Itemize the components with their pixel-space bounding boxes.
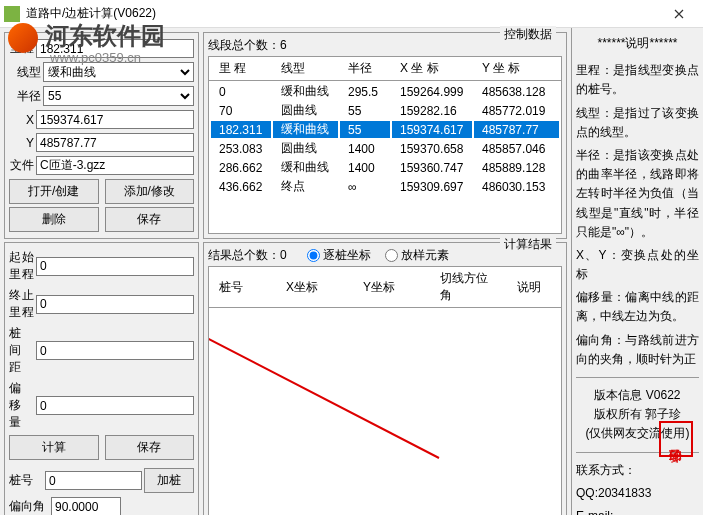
app-icon xyxy=(4,6,20,22)
angle-label: 偏向角 xyxy=(9,498,49,515)
close-button[interactable] xyxy=(659,0,699,28)
calc-params-panel: 起始里程 终止里程 桩 间 距 偏 移 量 计算 保存 xyxy=(4,242,199,515)
results-list[interactable] xyxy=(208,308,562,515)
svg-line-0 xyxy=(209,308,439,458)
xianxing-label: 线型 xyxy=(9,64,41,81)
window-title: 道路中/边桩计算(V0622) xyxy=(26,5,659,22)
banjing-label: 半径 xyxy=(9,88,41,105)
table-row[interactable]: 0缓和曲线295.5159264.999485638.128 xyxy=(211,83,559,100)
params-panel: 里程 线型 缓和曲线 半径 55 X xyxy=(4,32,199,239)
close-icon xyxy=(674,9,684,19)
help-title: ******说明****** xyxy=(576,34,699,53)
help-p3: 半径：是指该变换点处的曲率半径，线路即将左转时半径为负值（当线型是"直线"时，半… xyxy=(576,146,699,242)
help-p1: 里程：是指线型变换点的桩号。 xyxy=(576,61,699,99)
x-input[interactable] xyxy=(36,110,194,129)
angle-input[interactable] xyxy=(51,497,121,515)
licheng-label: 里程 xyxy=(9,40,34,57)
radio-coord-label: 逐桩坐标 xyxy=(323,247,371,264)
rcol-note: 说明 xyxy=(509,269,559,305)
licheng-input[interactable] xyxy=(36,39,194,58)
calc-result-label: 计算结果 xyxy=(500,236,556,253)
stake-label: 桩号 xyxy=(9,472,43,489)
rcol-y: Y坐标 xyxy=(355,269,430,305)
start-label: 起始里程 xyxy=(9,249,34,283)
rcol-x: X坐标 xyxy=(278,269,353,305)
help-version: 版本信息 V0622 xyxy=(576,386,699,405)
help-panel: ******说明****** 里程：是指线型变换点的桩号。 线型：是指过了该变换… xyxy=(571,28,703,515)
banjing-select[interactable]: 55 xyxy=(43,86,194,106)
table-row[interactable]: 70圆曲线55159282.16485772.019 xyxy=(211,102,559,119)
radio-elem-input[interactable] xyxy=(385,249,398,262)
segments-list[interactable]: 0缓和曲线295.5159264.999485638.12870圆曲线55159… xyxy=(208,81,562,234)
col-x: X 坐 标 xyxy=(392,59,472,78)
help-p4: X、Y：变换点处的坐标 xyxy=(576,246,699,284)
save-params-button[interactable]: 保存 xyxy=(105,207,195,232)
help-qq: QQ:20341833 xyxy=(576,484,699,503)
end-label: 终止里程 xyxy=(9,287,34,321)
col-xianxing: 线型 xyxy=(273,59,338,78)
end-input[interactable] xyxy=(36,295,194,314)
table-row[interactable]: 182.311缓和曲线55159374.617485787.77 xyxy=(211,121,559,138)
y-input[interactable] xyxy=(36,133,194,152)
segments-header-table: 里 程 线型 半径 X 坐 标 Y 坐 标 xyxy=(209,57,561,80)
interval-label: 桩 间 距 xyxy=(9,325,34,376)
interval-input[interactable] xyxy=(36,341,194,360)
delete-button[interactable]: 删除 xyxy=(9,207,99,232)
help-email-label: E-mail: xyxy=(576,507,699,515)
start-input[interactable] xyxy=(36,257,194,276)
stamp: 郭子珍印 xyxy=(659,421,693,457)
radio-coord[interactable]: 逐桩坐标 xyxy=(307,247,371,264)
radio-elem[interactable]: 放样元素 xyxy=(385,247,449,264)
offset-input[interactable] xyxy=(36,396,194,415)
table-row[interactable]: 286.662缓和曲线1400159360.747485889.128 xyxy=(211,159,559,176)
xianxing-select[interactable]: 缓和曲线 xyxy=(43,62,194,82)
table-row[interactable]: 253.083圆曲线1400159370.658485857.046 xyxy=(211,140,559,157)
add-modify-button[interactable]: 添加/修改 xyxy=(105,179,195,204)
save-results-button[interactable]: 保存 xyxy=(105,435,195,460)
radio-coord-input[interactable] xyxy=(307,249,320,262)
results-total: 结果总个数：0 xyxy=(208,247,287,264)
rcol-stake: 桩号 xyxy=(211,269,276,305)
rcol-azimuth: 切线方位角 xyxy=(432,269,507,305)
table-row[interactable]: 436.662终点∞159309.697486030.153 xyxy=(211,178,559,195)
x-label: X xyxy=(9,113,34,127)
results-panel: 计算结果 结果总个数：0 逐桩坐标 放样元素 xyxy=(203,242,567,515)
col-y: Y 坐 标 xyxy=(474,59,559,78)
results-header-table: 桩号 X坐标 Y坐标 切线方位角 说明 xyxy=(209,267,561,307)
offset-label: 偏 移 量 xyxy=(9,380,34,431)
stake-input[interactable] xyxy=(45,471,142,490)
segments-panel: 控制数据 线段总个数：6 里 程 线型 半径 X 坐 标 Y 坐 标 0缓 xyxy=(203,32,567,239)
radio-elem-label: 放样元素 xyxy=(401,247,449,264)
file-input[interactable] xyxy=(36,156,194,175)
help-p6: 偏向角：与路线前进方向的夹角，顺时针为正 xyxy=(576,331,699,369)
file-label: 文件 xyxy=(9,157,34,174)
open-button[interactable]: 打开/创建 xyxy=(9,179,99,204)
control-data-label: 控制数据 xyxy=(500,26,556,43)
titlebar: 道路中/边桩计算(V0622) xyxy=(0,0,703,28)
y-label: Y xyxy=(9,136,34,150)
add-stake-button[interactable]: 加桩 xyxy=(144,468,194,493)
help-p5: 偏移量：偏离中线的距离，中线左边为负。 xyxy=(576,288,699,326)
annotation-arrow xyxy=(209,308,559,478)
help-contact: 联系方式： xyxy=(576,461,699,480)
col-licheng: 里 程 xyxy=(211,59,271,78)
help-p2: 线型：是指过了该变换点的线型。 xyxy=(576,104,699,142)
calc-button[interactable]: 计算 xyxy=(9,435,99,460)
col-banjing: 半径 xyxy=(340,59,390,78)
